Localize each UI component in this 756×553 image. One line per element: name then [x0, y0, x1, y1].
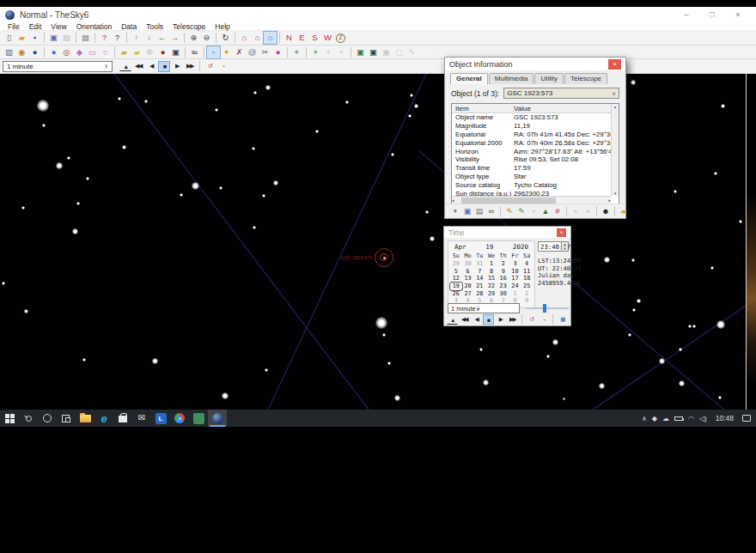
menu-item-help[interactable]: Help: [215, 22, 229, 31]
context-help-icon[interactable]: ?: [111, 32, 124, 44]
calendar-day[interactable]: 10: [509, 268, 521, 276]
sky-chart-view[interactable]: GSC 1923:573: [0, 74, 756, 410]
stop-button[interactable]: ■: [158, 61, 170, 72]
calendar-day[interactable]: 7: [473, 268, 485, 276]
scroll-right-icon[interactable]: ▸: [608, 198, 611, 203]
calendar-day[interactable]: 3: [509, 260, 521, 268]
undo-time-button[interactable]: ↺: [204, 61, 216, 72]
calendar-day[interactable]: 28: [473, 290, 485, 298]
calendar-day[interactable]: 19: [450, 283, 462, 290]
save-icon[interactable]: ▪: [28, 32, 41, 44]
split-window-icon[interactable]: ▥: [3, 46, 15, 58]
td-stop-button[interactable]: ■: [483, 314, 494, 325]
calendar-day[interactable]: 4: [521, 260, 533, 268]
eject-time-button[interactable]: ▲: [119, 63, 131, 71]
menu-item-data[interactable]: Data: [121, 22, 137, 31]
td-clock-button[interactable]: ◔: [538, 314, 549, 325]
copy-icon[interactable]: ▣: [47, 32, 60, 44]
start-button[interactable]: [0, 410, 19, 427]
time-dialog-titlebar[interactable]: Time ×: [444, 227, 570, 238]
print-icon[interactable]: ▤: [79, 32, 92, 44]
action-center-icon[interactable]: [742, 415, 751, 422]
edge-icon[interactable]: e: [94, 410, 113, 427]
chrome-icon[interactable]: [170, 410, 189, 427]
center-object-icon[interactable]: +: [449, 205, 461, 217]
object-info-list[interactable]: Item Value Object nameGSC 1923:573Magnit…: [451, 103, 619, 204]
folder-open-icon[interactable]: ▰: [131, 46, 143, 58]
calendar-day[interactable]: 9: [521, 297, 533, 305]
calendar-day[interactable]: 6: [462, 268, 474, 276]
battery-icon[interactable]: [674, 416, 683, 421]
pink-lasso-icon[interactable]: ○: [99, 46, 112, 58]
new-document-icon[interactable]: ▯: [3, 32, 15, 44]
copy-info-icon[interactable]: ▣: [461, 205, 473, 217]
menu-item-file[interactable]: File: [8, 22, 20, 31]
globe-red-icon[interactable]: ◎: [60, 46, 73, 58]
orbit-icon[interactable]: @: [246, 46, 259, 58]
calendar-day[interactable]: 11: [521, 268, 533, 276]
rewind-button[interactable]: ◀◀: [132, 61, 144, 72]
time-input[interactable]: 23:40:17 ▲▼: [538, 241, 569, 252]
scroll-left-icon[interactable]: ◂: [452, 198, 454, 203]
close-icon[interactable]: ×: [608, 59, 621, 70]
onedrive-icon[interactable]: ☁: [662, 415, 669, 422]
chart-icon[interactable]: ✎: [515, 205, 527, 217]
calendar-day[interactable]: 29: [485, 290, 497, 298]
volume-icon[interactable]: ◁): [699, 415, 707, 422]
time-spinner[interactable]: ▲▼: [561, 242, 568, 251]
dome-red-icon[interactable]: ⌂: [238, 32, 251, 44]
ephemeris-icon[interactable]: #: [552, 205, 564, 217]
look-east-icon[interactable]: E: [296, 32, 308, 44]
calendar-day[interactable]: 26: [450, 290, 462, 298]
zoom-in-icon[interactable]: ⊕: [187, 32, 200, 44]
step-back-button[interactable]: ◀: [145, 61, 157, 72]
go-forward-button[interactable]: ▶: [171, 61, 183, 72]
close-button[interactable]: ×: [725, 7, 751, 23]
taskbar-clock[interactable]: 10:48: [712, 414, 737, 422]
eye-icon[interactable]: ◉: [15, 46, 28, 58]
td-undo-time-button[interactable]: ↺: [526, 314, 537, 325]
calendar-day[interactable]: 30: [497, 290, 509, 298]
tray-expand-icon[interactable]: ∧: [642, 415, 647, 422]
observer-icon[interactable]: ☻: [600, 205, 612, 217]
tab-general[interactable]: General: [450, 73, 488, 84]
task-view-button[interactable]: [57, 410, 76, 427]
calendar-day[interactable]: 25: [521, 283, 533, 290]
scissors-icon[interactable]: ✂: [259, 46, 271, 58]
print-info-icon[interactable]: ▤: [473, 205, 485, 217]
menu-item-orientation[interactable]: Orientation: [76, 22, 113, 31]
calendar-day[interactable]: 2: [497, 260, 509, 268]
night-vision-icon[interactable]: ●: [28, 46, 41, 58]
store-icon[interactable]: [113, 410, 132, 427]
minimize-button[interactable]: –: [674, 7, 699, 23]
pan-left-icon[interactable]: ←: [155, 32, 168, 44]
calendar-month[interactable]: Apr: [454, 243, 466, 251]
menu-item-view[interactable]: View: [51, 22, 66, 31]
calendar-day[interactable]: 1: [485, 260, 497, 268]
search-button[interactable]: [19, 410, 38, 427]
purple-blob-icon[interactable]: ●: [271, 46, 284, 58]
zoom-out-icon[interactable]: ⊖: [200, 32, 213, 44]
mail-icon[interactable]: ✉: [132, 410, 151, 427]
zenith-icon[interactable]: Z: [336, 33, 345, 43]
edit-note-icon[interactable]: ✎: [503, 205, 515, 217]
camera-green-icon[interactable]: ▣: [354, 46, 367, 58]
mars-icon[interactable]: ●: [156, 46, 169, 58]
globe-icon[interactable]: ●: [47, 46, 60, 58]
calendar-day[interactable]: 2: [521, 290, 533, 298]
td-rate-dropdown[interactable]: 1 minute ∨: [448, 303, 520, 313]
time-rate-slider[interactable]: [526, 307, 569, 309]
calendar-day[interactable]: 17: [509, 275, 521, 283]
scrollbar-thumb[interactable]: [461, 198, 556, 204]
file-explorer-icon[interactable]: [76, 410, 94, 427]
calendar-day[interactable]: 16: [497, 275, 509, 283]
l-app-icon[interactable]: L: [151, 410, 170, 427]
selection-box-icon[interactable]: ▫: [207, 46, 220, 58]
calendar-day[interactable]: 23: [497, 283, 509, 290]
tools-icon[interactable]: ✗: [233, 46, 246, 58]
td-fast-forward-button[interactable]: ▶▶: [507, 314, 518, 325]
calendar-day[interactable]: 21: [473, 283, 485, 290]
telescope-green-icon[interactable]: ⌖: [309, 46, 322, 58]
calendar-day[interactable]: 29: [450, 260, 462, 268]
spin-down-icon[interactable]: ▼: [564, 246, 565, 251]
